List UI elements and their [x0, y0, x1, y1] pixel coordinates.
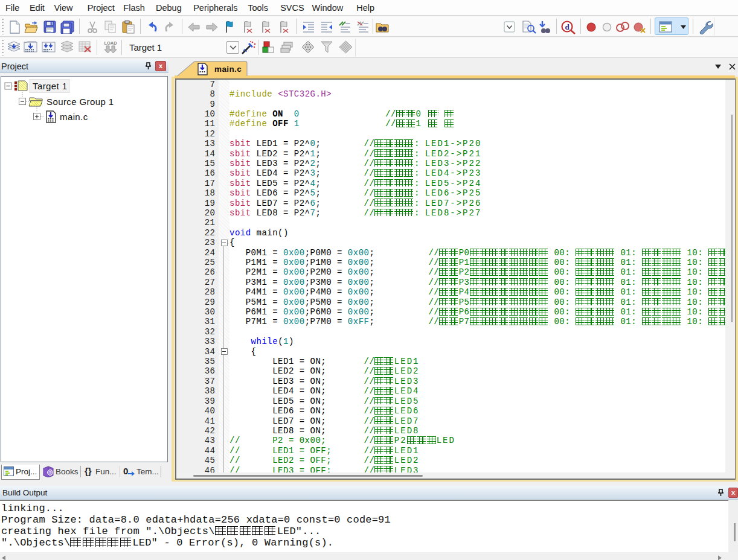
svg-text:?: ? — [49, 470, 52, 476]
svg-text:d: d — [565, 22, 570, 31]
svg-text:LOAD: LOAD — [104, 40, 117, 46]
svg-text:main.c: main.c — [214, 65, 242, 74]
